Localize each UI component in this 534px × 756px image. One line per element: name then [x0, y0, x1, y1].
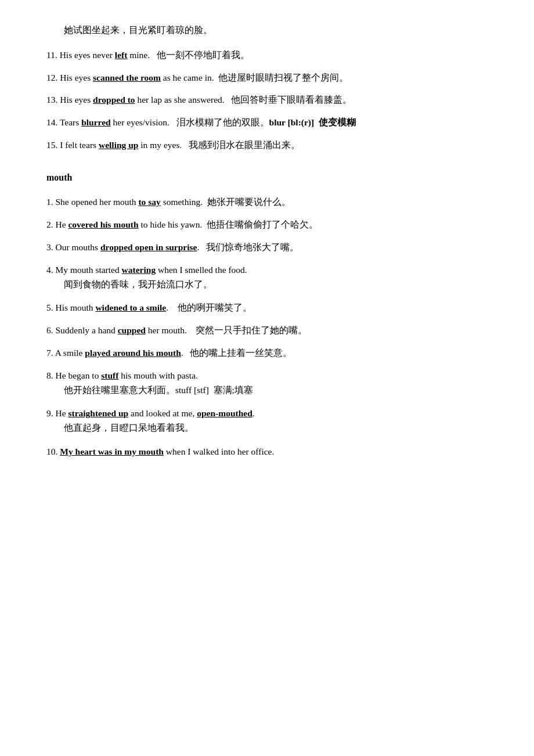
mouth-s3-key: dropped open in surprise — [100, 242, 197, 252]
mouth-s8-sub: 他开始往嘴里塞意大利面。stuff [stf] 塞满;填塞 — [46, 383, 488, 398]
mouth-section-title: mouth — [46, 170, 488, 185]
sentence-11-num: 11. His eyes never — [46, 50, 115, 60]
sentence-11-after: mine. 他一刻不停地盯着我。 — [127, 50, 249, 60]
sentence-14: 14. Tears blurred her eyes/vision. 泪水模糊了… — [46, 116, 488, 130]
mouth-sentence-9: 9. He straightened up and looked at me, … — [46, 406, 488, 435]
mouth-s9-key2: open-mouthed — [197, 408, 252, 418]
mouth-sentence-5: 5. His mouth widened to a smile. 他的咧开嘴笑了… — [46, 301, 488, 315]
mouth-sentence-2: 2. He covered his mouth to hide his yawn… — [46, 218, 488, 232]
mouth-sentence-7: 7. A smile played around his mouth. 他的嘴上… — [46, 346, 488, 361]
mouth-s2-key: covered his mouth — [68, 219, 138, 229]
sentence-11-key: left — [115, 50, 128, 60]
sentence-13-key: dropped to — [93, 95, 135, 105]
mouth-s4-main: 4. My mouth started watering when I smel… — [46, 263, 488, 278]
mouth-sentence-10: 10. My heart was in my mouth when I walk… — [46, 445, 488, 459]
mouth-s7-key: played around his mouth — [85, 348, 181, 358]
mouth-s9-main: 9. He straightened up and looked at me, … — [46, 406, 488, 421]
mouth-s9-key1: straightened up — [68, 408, 128, 418]
sentence-12-key: scanned the room — [93, 73, 161, 82]
mouth-s8-key: stuff — [101, 370, 118, 380]
sentence-11: 11. His eyes never left mine. 他一刻不停地盯着我。 — [46, 48, 488, 63]
mouth-s5-key: widened to a smile — [95, 303, 166, 312]
mouth-sentence-8: 8. He began to stuff his mouth with past… — [46, 369, 488, 398]
mouth-sentence-6: 6. Suddenly a hand cupped her mouth. 突然一… — [46, 323, 488, 338]
mouth-s6-key: cupped — [118, 325, 146, 335]
mouth-s8-main: 8. He began to stuff his mouth with past… — [46, 369, 488, 383]
sentence-13: 13. His eyes dropped to her lap as she a… — [46, 93, 488, 107]
mouth-sentence-1: 1. She opened her mouth to say something… — [46, 195, 488, 210]
sentence-14-key: blurred — [81, 117, 111, 127]
mouth-s4-key: watering — [122, 265, 156, 275]
mouth-s10-key: My heart was in my mouth — [60, 447, 164, 456]
mouth-s4-sub: 闻到食物的香味，我开始流口水了。 — [46, 278, 488, 292]
mouth-s9-sub: 他直起身，目瞪口呆地看着我。 — [46, 421, 488, 435]
mouth-sentence-3: 3. Our mouths dropped open in surprise. … — [46, 240, 488, 255]
mouth-s1-key: to say — [138, 197, 160, 207]
sentence-12: 12. His eyes scanned the room as he came… — [46, 71, 488, 85]
intro-line: 她试图坐起来，目光紧盯着琼的脸。 — [46, 23, 488, 38]
sentence-15: 15. I felt tears welling up in my eyes. … — [46, 138, 488, 153]
sentence-15-key: welling up — [99, 140, 138, 150]
mouth-sentence-4: 4. My mouth started watering when I smel… — [46, 263, 488, 292]
